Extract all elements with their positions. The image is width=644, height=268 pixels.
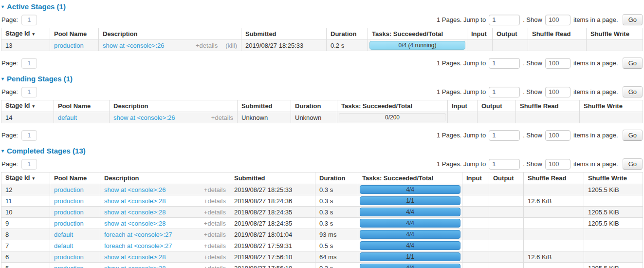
description-link[interactable]: show at <console>:26: [113, 114, 175, 121]
go-button[interactable]: Go: [623, 130, 643, 141]
pager-row: Page: 1 Pages. Jump to . Show items in a…: [1, 158, 643, 170]
pool-name-link[interactable]: default: [54, 231, 73, 238]
column-header-tasks-succeeded-total[interactable]: Tasks: Succeeded/Total: [368, 28, 467, 40]
pool-name-link[interactable]: default: [58, 114, 77, 121]
pool-name-link[interactable]: production: [54, 197, 84, 205]
page-size-input[interactable]: [545, 87, 570, 97]
column-header-description[interactable]: Description: [100, 172, 230, 184]
description-link[interactable]: show at <console>:28: [104, 209, 166, 216]
column-header-stage-id[interactable]: Stage Id▾: [1, 172, 50, 184]
column-label: Output: [481, 102, 502, 110]
show-text: . Show: [523, 59, 542, 67]
cell-pool-name: production: [50, 195, 100, 207]
details-toggle[interactable]: +details: [211, 114, 233, 121]
page-size-input[interactable]: [545, 58, 570, 69]
column-header-description[interactable]: Description: [99, 28, 241, 40]
pool-name-link[interactable]: production: [54, 209, 84, 216]
column-header-input[interactable]: Input: [448, 100, 478, 112]
page-number-input[interactable]: [21, 58, 37, 69]
cell-duration: 0.5 s: [315, 240, 358, 251]
column-label: Tasks: Succeeded/Total: [341, 102, 412, 110]
go-button[interactable]: Go: [623, 158, 643, 170]
column-header-duration[interactable]: Duration: [315, 172, 358, 184]
jump-to-page-input[interactable]: [489, 15, 520, 25]
pool-name-link[interactable]: production: [54, 220, 84, 227]
column-header-input[interactable]: Input: [467, 28, 493, 40]
description-link[interactable]: show at <console>:26: [104, 186, 166, 193]
column-label: Duration: [319, 174, 345, 182]
column-header-shuffle-read[interactable]: Shuffle Read: [516, 100, 580, 112]
column-header-submitted[interactable]: Submitted: [241, 28, 327, 40]
details-toggle[interactable]: +details: [196, 42, 218, 49]
cell-stage-id: 9: [1, 218, 50, 229]
details-toggle[interactable]: +details: [204, 220, 226, 227]
progress-label: 1/1: [360, 252, 460, 261]
column-header-pool-name[interactable]: Pool Name: [54, 100, 110, 112]
column-header-shuffle-read[interactable]: Shuffle Read: [524, 172, 584, 184]
column-header-output[interactable]: Output: [489, 172, 524, 184]
cell-input: [462, 263, 489, 268]
details-toggle[interactable]: +details: [204, 197, 226, 205]
details-toggle[interactable]: +details: [204, 231, 226, 238]
column-header-submitted[interactable]: Submitted: [238, 100, 291, 112]
kill-link[interactable]: (kill): [225, 42, 237, 49]
page-number-input[interactable]: [21, 87, 37, 97]
column-header-duration[interactable]: Duration: [327, 28, 368, 40]
column-header-tasks-succeeded-total[interactable]: Tasks: Succeeded/Total: [358, 172, 462, 184]
cell-output: [489, 240, 524, 251]
column-header-stage-id[interactable]: Stage Id▾: [1, 100, 54, 112]
column-header-shuffle-write[interactable]: Shuffle Write: [580, 100, 643, 112]
page-number-input[interactable]: [21, 15, 37, 25]
description-link[interactable]: show at <console>:28: [104, 220, 166, 227]
pool-name-link[interactable]: default: [54, 242, 73, 249]
column-header-shuffle-write[interactable]: Shuffle Write: [587, 28, 643, 40]
cell-input: [448, 112, 478, 123]
page-size-input[interactable]: [545, 159, 570, 170]
description-link[interactable]: show at <console>:26: [103, 42, 164, 49]
page-number-input[interactable]: [21, 130, 37, 141]
go-button[interactable]: Go: [623, 14, 643, 25]
column-header-output[interactable]: Output: [493, 28, 528, 40]
description-link[interactable]: foreach at <console>:27: [104, 242, 172, 249]
column-label: Submitted: [241, 102, 273, 110]
details-toggle[interactable]: +details: [204, 186, 226, 193]
description-link[interactable]: show at <console>:28: [104, 197, 166, 205]
section-header-completed[interactable]: ▾Completed Stages (13): [1, 147, 643, 155]
pool-name-link[interactable]: production: [54, 42, 84, 49]
page-size-input[interactable]: [545, 130, 570, 141]
column-header-input[interactable]: Input: [462, 172, 489, 184]
jump-to-page-input[interactable]: [489, 159, 520, 170]
column-header-output[interactable]: Output: [478, 100, 516, 112]
column-header-tasks-succeeded-total[interactable]: Tasks: Succeeded/Total: [337, 100, 448, 112]
go-button[interactable]: Go: [623, 57, 643, 69]
jump-to-page-input[interactable]: [489, 130, 520, 141]
description-link[interactable]: foreach at <console>:27: [104, 231, 172, 238]
cell-description: show at <console>:26+details(kill): [99, 40, 241, 51]
column-header-shuffle-write[interactable]: Shuffle Write: [584, 172, 643, 184]
column-header-stage-id[interactable]: Stage Id▾: [1, 28, 50, 40]
jump-to-page-input[interactable]: [489, 87, 520, 97]
column-header-pool-name[interactable]: Pool Name: [50, 172, 100, 184]
section-header-pending[interactable]: ▾Pending Stages (1): [1, 75, 643, 83]
pool-name-link[interactable]: production: [54, 265, 84, 268]
tasks-progress-bar: 1/1: [360, 196, 460, 205]
pool-name-link[interactable]: production: [54, 253, 84, 261]
page-size-input[interactable]: [545, 15, 570, 25]
description-link[interactable]: show at <console>:28: [104, 253, 166, 261]
details-toggle[interactable]: +details: [204, 242, 226, 249]
description-link[interactable]: show at <console>:28: [104, 265, 166, 268]
column-header-submitted[interactable]: Submitted: [230, 172, 315, 184]
page-number-input[interactable]: [21, 159, 37, 170]
details-toggle[interactable]: +details: [204, 253, 226, 261]
pool-name-link[interactable]: production: [54, 186, 84, 193]
jump-to-page-input[interactable]: [489, 58, 520, 69]
column-header-shuffle-read[interactable]: Shuffle Read: [528, 28, 587, 40]
column-header-pool-name[interactable]: Pool Name: [50, 28, 99, 40]
column-header-description[interactable]: Description: [110, 100, 238, 112]
details-toggle[interactable]: +details: [204, 209, 226, 216]
cell-input: [462, 218, 489, 229]
details-toggle[interactable]: +details: [204, 265, 226, 268]
section-header-active[interactable]: ▾Active Stages (1): [1, 2, 643, 11]
column-header-duration[interactable]: Duration: [291, 100, 337, 112]
go-button[interactable]: Go: [623, 86, 643, 97]
